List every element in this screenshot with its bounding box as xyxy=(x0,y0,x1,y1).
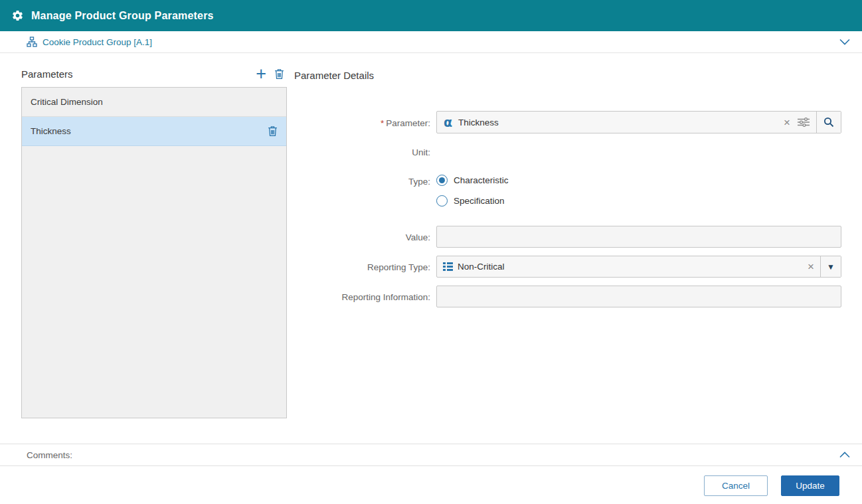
type-label: Type: xyxy=(288,176,430,187)
hierarchy-icon xyxy=(27,37,37,47)
context-bar: Cookie Product Group [A.1] xyxy=(0,31,862,53)
cancel-button[interactable]: Cancel xyxy=(704,475,768,496)
comments-section: Comments: xyxy=(0,444,862,466)
list-item-label: Critical Dimension xyxy=(31,97,103,107)
caret-down-icon: ▼ xyxy=(827,262,835,272)
reporting-type-dropdown[interactable]: Non-Critical × ▼ xyxy=(436,256,841,278)
parameter-value: Thickness xyxy=(458,118,499,127)
reporting-information-field-wrap xyxy=(436,286,841,307)
radio-icon xyxy=(436,175,448,186)
list-item-critical-dimension[interactable]: Critical Dimension xyxy=(22,88,286,117)
page-title: Manage Product Group Parameters xyxy=(31,10,214,22)
comments-label: Comments: xyxy=(27,450,72,460)
value-input[interactable] xyxy=(437,226,841,247)
reporting-type-value: Non-Critical xyxy=(458,262,505,272)
chevron-down-icon[interactable] xyxy=(837,36,853,48)
gear-icon xyxy=(11,9,24,22)
clear-icon[interactable]: × xyxy=(802,261,820,272)
details-heading: Parameter Details xyxy=(294,70,374,81)
search-button[interactable] xyxy=(816,112,841,133)
reporting-information-label: Reporting Information: xyxy=(288,292,430,303)
parameters-list: Critical Dimension Thickness xyxy=(21,87,287,418)
parameter-picker[interactable]: α Thickness × xyxy=(436,111,841,133)
dropdown-arrow-button[interactable]: ▼ xyxy=(820,256,841,277)
chevron-up-icon[interactable] xyxy=(837,449,853,461)
row-trash-icon[interactable] xyxy=(268,126,278,137)
required-mark: * xyxy=(381,118,384,128)
alpha-type-icon: α xyxy=(437,115,458,129)
context-link[interactable]: Cookie Product Group [A.1] xyxy=(43,37,152,47)
tune-icon[interactable] xyxy=(796,118,816,127)
value-field-wrap xyxy=(436,226,841,248)
footer-actions: Cancel Update xyxy=(704,475,839,496)
radio-specification[interactable]: Specification xyxy=(436,195,505,207)
reporting-type-label: Reporting Type: xyxy=(288,262,430,273)
add-parameter-button[interactable]: + xyxy=(250,66,272,81)
update-button[interactable]: Update xyxy=(781,475,839,496)
list-type-icon xyxy=(437,262,458,271)
value-label: Value: xyxy=(288,232,430,243)
parameter-label: *Parameter: xyxy=(288,118,430,129)
delete-parameter-button[interactable] xyxy=(272,67,287,81)
radio-icon xyxy=(436,195,448,207)
list-item-thickness[interactable]: Thickness xyxy=(22,117,286,146)
unit-label: Unit: xyxy=(288,147,430,158)
list-item-label: Thickness xyxy=(31,126,71,136)
reporting-information-input[interactable] xyxy=(437,286,841,307)
parameters-panel-header: Parameters + xyxy=(21,64,287,84)
radio-characteristic[interactable]: Characteristic xyxy=(436,175,509,186)
clear-icon[interactable]: × xyxy=(778,117,796,128)
parameters-heading: Parameters xyxy=(21,68,250,80)
app-header: Manage Product Group Parameters xyxy=(0,0,862,31)
